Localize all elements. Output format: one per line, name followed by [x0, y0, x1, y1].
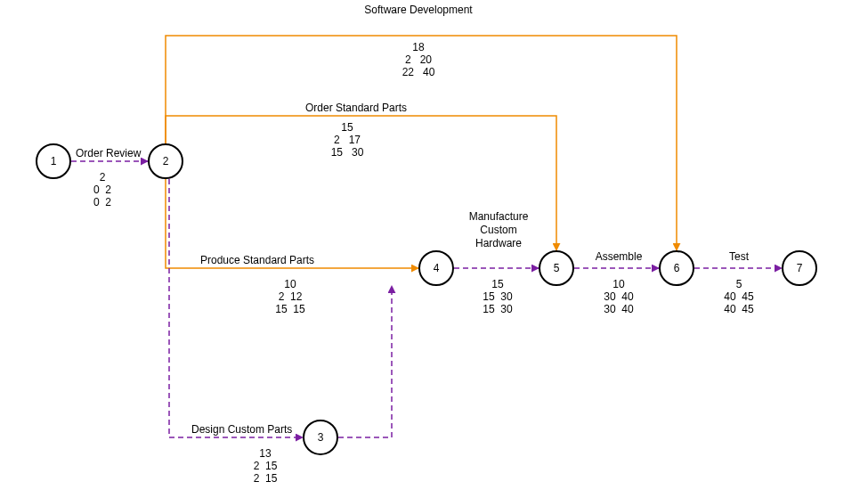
label-assemble: Assemble — [583, 250, 654, 264]
dur-assemble: 10 — [596, 278, 641, 291]
node-1-label: 1 — [51, 155, 57, 167]
lslf-order-review: 0 2 — [89, 196, 116, 209]
label-mfg-hw: Manufacture Custom Hardware — [454, 210, 543, 250]
label-order-std: Order Standard Parts — [267, 102, 445, 115]
node-2: 2 — [148, 143, 183, 179]
label-design-custom: Design Custom Parts — [191, 423, 292, 437]
node-3: 3 — [303, 420, 338, 455]
node-6-label: 6 — [674, 262, 680, 274]
lslf-design-custom: 2 15 — [243, 472, 288, 486]
node-6: 6 — [659, 250, 694, 286]
esef-test: 40 45 — [717, 290, 761, 304]
esef-assemble: 30 40 — [596, 290, 641, 304]
node-5: 5 — [539, 250, 574, 286]
node-4-label: 4 — [434, 262, 440, 274]
lslf-assemble: 30 40 — [596, 303, 641, 316]
dur-produce-std: 10 — [268, 278, 312, 291]
node-3-label: 3 — [318, 431, 324, 444]
esef-mfg-hw: 15 30 — [475, 290, 520, 304]
dur-design-custom: 13 — [243, 447, 288, 461]
esef-order-review: 0 2 — [89, 184, 116, 197]
dur-software-dev: 18 — [396, 41, 441, 54]
esef-order-std: 2 17 — [325, 134, 369, 147]
label-order-review: Order Review — [76, 147, 141, 160]
dur-order-std: 15 — [325, 121, 369, 135]
dur-mfg-hw: 15 — [475, 278, 520, 291]
node-7: 7 — [782, 250, 817, 286]
node-5-label: 5 — [554, 262, 560, 274]
label-produce-std: Produce Standard Parts — [200, 254, 314, 267]
esef-produce-std: 2 12 — [268, 290, 312, 304]
dur-test: 5 — [717, 278, 761, 291]
esef-design-custom: 2 15 — [243, 460, 288, 473]
lslf-produce-std: 15 15 — [268, 303, 312, 316]
node-4: 4 — [418, 250, 454, 286]
lslf-order-std: 15 30 — [325, 146, 369, 159]
lslf-software-dev: 22 40 — [396, 66, 441, 79]
node-1: 1 — [36, 143, 71, 179]
label-software-dev: Software Development — [329, 4, 507, 17]
dur-order-review: 2 — [89, 171, 116, 184]
lslf-mfg-hw: 15 30 — [475, 303, 520, 316]
node-7-label: 7 — [797, 262, 803, 274]
label-test: Test — [712, 250, 766, 264]
lslf-test: 40 45 — [717, 303, 761, 316]
node-2-label: 2 — [163, 155, 169, 167]
esef-software-dev: 2 20 — [396, 53, 441, 67]
